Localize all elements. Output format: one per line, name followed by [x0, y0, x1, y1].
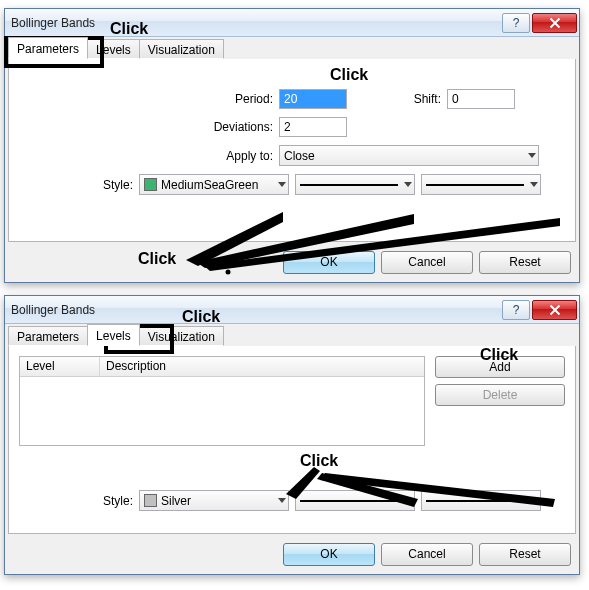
delete-button[interactable]: Delete: [435, 384, 565, 406]
dialog-levels: Bollinger Bands ? Parameters Levels Visu…: [4, 295, 580, 575]
style-label: Style:: [19, 494, 139, 508]
deviations-input[interactable]: [279, 117, 347, 137]
col-level[interactable]: Level: [20, 357, 100, 376]
chevron-down-icon: [530, 182, 538, 187]
chevron-down-icon: [404, 498, 412, 503]
chevron-down-icon: [278, 498, 286, 503]
window-title: Bollinger Bands: [11, 16, 502, 30]
apply-to-combo[interactable]: Close: [279, 145, 539, 166]
deviations-label: Deviations:: [19, 120, 279, 134]
chevron-down-icon: [528, 153, 536, 158]
reset-button[interactable]: Reset: [479, 543, 571, 566]
apply-to-value: Close: [284, 149, 315, 163]
button-row: OK Cancel Reset: [283, 543, 571, 566]
style-line-width-combo[interactable]: [421, 490, 541, 511]
close-icon: [549, 17, 560, 28]
style-color-name: MediumSeaGreen: [161, 178, 258, 192]
color-swatch: [144, 178, 157, 191]
ok-button[interactable]: OK: [283, 543, 375, 566]
style-line-type-combo[interactable]: [295, 174, 415, 195]
apply-to-label: Apply to:: [19, 149, 279, 163]
shift-label: Shift:: [347, 92, 447, 106]
shift-input[interactable]: [447, 89, 515, 109]
style-label: Style:: [19, 178, 139, 192]
style-line-width-combo[interactable]: [421, 174, 541, 195]
close-button[interactable]: [532, 300, 577, 320]
style-line-type-combo[interactable]: [295, 490, 415, 511]
style-color-combo[interactable]: MediumSeaGreen: [139, 174, 289, 195]
tab-row: Parameters Levels Visualization: [5, 324, 579, 346]
chevron-down-icon: [404, 182, 412, 187]
add-button[interactable]: Add: [435, 356, 565, 378]
reset-button[interactable]: Reset: [479, 251, 571, 274]
dialog-parameters: Bollinger Bands ? Parameters Levels Visu…: [4, 8, 580, 283]
cancel-button[interactable]: Cancel: [381, 543, 473, 566]
list-header: Level Description: [20, 357, 424, 377]
period-input[interactable]: [279, 89, 347, 109]
line-sample: [300, 184, 398, 186]
titlebar[interactable]: Bollinger Bands ?: [5, 9, 579, 37]
tab-levels[interactable]: Levels: [87, 39, 140, 59]
tab-parameters[interactable]: Parameters: [8, 37, 88, 59]
window-title: Bollinger Bands: [11, 303, 502, 317]
tab-parameters[interactable]: Parameters: [8, 326, 88, 346]
tab-visualization[interactable]: Visualization: [139, 326, 224, 346]
line-sample: [300, 500, 398, 502]
parameters-panel: Period: Shift: Deviations: Apply to: Clo…: [8, 59, 576, 242]
help-button[interactable]: ?: [502, 300, 530, 320]
tab-levels[interactable]: Levels: [87, 324, 140, 346]
tab-row: Parameters Levels Visualization: [5, 37, 579, 59]
color-swatch: [144, 494, 157, 507]
ok-button[interactable]: OK: [283, 251, 375, 274]
close-icon: [549, 304, 560, 315]
titlebar[interactable]: Bollinger Bands ?: [5, 296, 579, 324]
col-description[interactable]: Description: [100, 357, 424, 376]
levels-panel: Level Description Add Delete Style: Silv…: [8, 346, 576, 534]
chevron-down-icon: [530, 498, 538, 503]
button-row: OK Cancel Reset: [283, 251, 571, 274]
close-button[interactable]: [532, 13, 577, 33]
line-sample: [426, 184, 524, 186]
line-sample: [426, 500, 524, 502]
tab-visualization[interactable]: Visualization: [139, 39, 224, 59]
levels-list[interactable]: Level Description: [19, 356, 425, 446]
period-label: Period:: [19, 92, 279, 106]
cancel-button[interactable]: Cancel: [381, 251, 473, 274]
style-color-combo[interactable]: Silver: [139, 490, 289, 511]
chevron-down-icon: [278, 182, 286, 187]
help-button[interactable]: ?: [502, 13, 530, 33]
style-color-name: Silver: [161, 494, 191, 508]
